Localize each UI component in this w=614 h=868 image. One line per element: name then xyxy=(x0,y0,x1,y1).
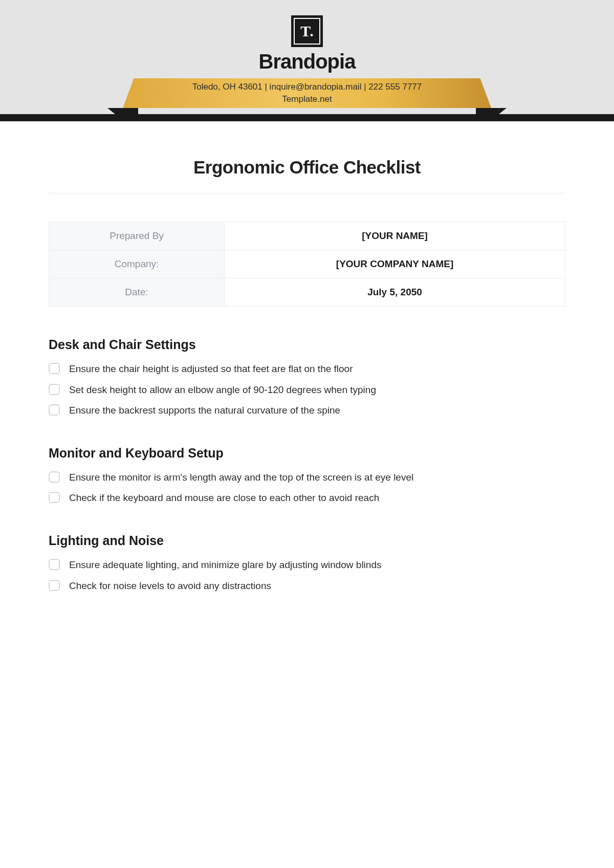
checklist-section: Lighting and NoiseEnsure adequate lighti… xyxy=(49,533,565,593)
checkbox[interactable] xyxy=(49,471,60,483)
section-title: Monitor and Keyboard Setup xyxy=(49,446,565,461)
list-item: Check for noise levels to avoid any dist… xyxy=(49,579,565,593)
ribbon-fold-right xyxy=(476,108,507,120)
check-item-text: Check if the keyboard and mouse are clos… xyxy=(69,491,379,505)
list-item: Ensure the monitor is arm's length away … xyxy=(49,471,565,485)
document-header: T. Brandopia Toledo, OH 43601 | inquire@… xyxy=(0,0,614,114)
list-item: Ensure adequate lighting, and minimize g… xyxy=(49,558,565,572)
header-bar xyxy=(0,114,614,121)
check-item-text: Check for noise levels to avoid any dist… xyxy=(69,579,271,593)
check-item-text: Ensure the chair height is adjusted so t… xyxy=(69,362,353,376)
checkbox[interactable] xyxy=(49,492,60,503)
date-value: July 5, 2050 xyxy=(225,278,565,307)
checklist-section: Desk and Chair SettingsEnsure the chair … xyxy=(49,337,565,418)
prepared-by-value: [YOUR NAME] xyxy=(225,222,565,250)
checkbox[interactable] xyxy=(49,559,60,570)
check-item-text: Set desk height to allow an elbow angle … xyxy=(69,383,376,397)
logo-text: T. xyxy=(294,18,320,45)
meta-table: Prepared By [YOUR NAME] Company: [YOUR C… xyxy=(49,222,565,307)
table-row: Date: July 5, 2050 xyxy=(49,278,565,307)
ribbon-fold-left xyxy=(107,108,138,120)
ribbon-wrap: Toledo, OH 43601 | inquire@brandopia.mai… xyxy=(0,78,614,114)
check-item-text: Ensure adequate lighting, and minimize g… xyxy=(69,558,381,572)
list-item: Ensure the backrest supports the natural… xyxy=(49,404,565,418)
prepared-by-label: Prepared By xyxy=(49,222,225,250)
title-divider xyxy=(49,193,565,193)
table-row: Company: [YOUR COMPANY NAME] xyxy=(49,250,565,278)
contact-ribbon: Toledo, OH 43601 | inquire@brandopia.mai… xyxy=(123,78,491,108)
ribbon-line-2: Template.net xyxy=(282,93,332,105)
check-item-text: Ensure the backrest supports the natural… xyxy=(69,404,340,418)
company-value: [YOUR COMPANY NAME] xyxy=(225,250,565,278)
date-label: Date: xyxy=(49,278,225,307)
section-title: Desk and Chair Settings xyxy=(49,337,565,352)
section-title: Lighting and Noise xyxy=(49,533,565,548)
checkbox[interactable] xyxy=(49,384,60,395)
checkbox[interactable] xyxy=(49,404,60,416)
page-title: Ergonomic Office Checklist xyxy=(49,157,565,178)
logo: T. xyxy=(291,15,323,47)
list-item: Check if the keyboard and mouse are clos… xyxy=(49,491,565,505)
page-body: Ergonomic Office Checklist Prepared By [… xyxy=(0,121,614,868)
list-item: Set desk height to allow an elbow angle … xyxy=(49,383,565,397)
checkbox[interactable] xyxy=(49,363,60,374)
company-label: Company: xyxy=(49,250,225,278)
ribbon-line-1: Toledo, OH 43601 | inquire@brandopia.mai… xyxy=(192,81,422,93)
brand-name: Brandopia xyxy=(0,50,614,73)
checklist-section: Monitor and Keyboard SetupEnsure the mon… xyxy=(49,446,565,505)
check-item-text: Ensure the monitor is arm's length away … xyxy=(69,471,413,485)
table-row: Prepared By [YOUR NAME] xyxy=(49,222,565,250)
list-item: Ensure the chair height is adjusted so t… xyxy=(49,362,565,376)
checkbox[interactable] xyxy=(49,580,60,591)
